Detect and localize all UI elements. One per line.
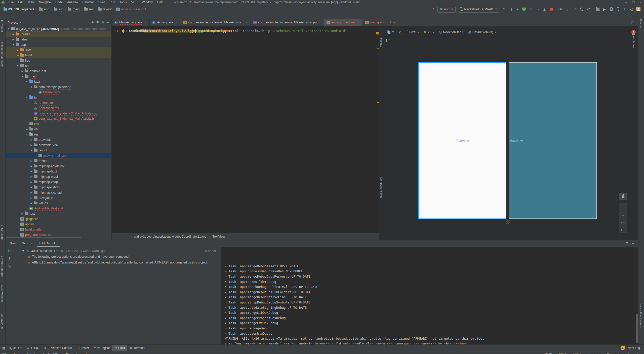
- toolwindow-terminal[interactable]: ▣Terminal: [127, 345, 147, 351]
- tree-expand-icon[interactable]: ▶: [17, 54, 19, 57]
- toolwindow-build[interactable]: ⚒Build: [112, 345, 127, 351]
- project-horizontal-scrollbar[interactable]: [6, 237, 82, 238]
- toolwindow-4-run[interactable]: ▶4: Run: [7, 345, 24, 351]
- tree-item-mipmap-anydpi-v26[interactable]: ▶mipmap-anydpi-v26: [6, 163, 111, 169]
- breadcrumb-item-main[interactable]: main: [67, 7, 80, 12]
- menu-item-code[interactable]: Code: [53, 0, 65, 5]
- close-button[interactable]: ✕: [637, 0, 644, 5]
- textview-design[interactable]: TextView: [419, 139, 506, 143]
- stripe-tab-build-variants[interactable]: Build Variants: [1, 285, 4, 302]
- git-update-icon[interactable]: ↙: [566, 7, 570, 12]
- orientation-icon[interactable]: ⊘: [398, 30, 402, 34]
- tree-item-drawable[interactable]: ▶drawable: [6, 137, 111, 142]
- close-tab-icon[interactable]: ✕: [319, 21, 321, 24]
- tree-item-main[interactable]: ▼main: [6, 74, 111, 79]
- attach-debugger-icon[interactable]: ⇓: [529, 7, 533, 12]
- tree-item-.cxx[interactable]: ▶.cxx: [6, 47, 111, 53]
- zoom-fit-button[interactable]: [621, 229, 624, 231]
- build-tab-sync[interactable]: Sync✕: [19, 240, 35, 247]
- git-branch-indicator[interactable]: Git: master: [607, 353, 621, 354]
- tree-expand-icon[interactable]: ▶: [21, 70, 24, 72]
- hide-panel-icon[interactable]: ─: [106, 21, 109, 24]
- collapse-all-icon[interactable]: ⊟: [96, 21, 99, 24]
- stripe-tab-1-project[interactable]: 1: Project: [1, 20, 4, 32]
- tree-expand-icon[interactable]: ▶: [26, 128, 28, 130]
- breadcrumb-item-activity_main.xml[interactable]: <>activity_main.xml: [115, 7, 147, 12]
- tree-expand-icon[interactable]: ▶: [30, 144, 33, 146]
- zoom-ratio-button[interactable]: 1:1: [621, 222, 625, 225]
- toolwindow-profiler[interactable]: ◔Profiler: [74, 345, 91, 351]
- project-structure-icon[interactable]: [595, 7, 600, 12]
- tree-expand-icon[interactable]: ▶: [30, 197, 33, 199]
- apply-changes-icon[interactable]: ⇉: [508, 7, 513, 12]
- highlighting-level-icon[interactable]: [637, 353, 639, 354]
- menu-item-file[interactable]: File: [7, 0, 16, 5]
- menu-item-analyze[interactable]: Analyze: [65, 0, 80, 5]
- editor-list-icon[interactable]: ≡: [626, 20, 628, 24]
- tree-item-mipmap-mdpi[interactable]: ▶mipmap-mdpi: [6, 174, 111, 179]
- event-log-button[interactable]: 3Event Log: [621, 346, 644, 350]
- error-stripe[interactable]: [376, 26, 379, 232]
- record-icon[interactable]: ◭: [542, 7, 547, 12]
- close-tab-icon[interactable]: ✕: [145, 21, 147, 24]
- build-tree-row[interactable]: ⚠The following project options are depre…: [13, 254, 221, 260]
- tree-item-activity_main.xml[interactable]: <>activity_main.xml: [6, 153, 111, 158]
- design-surface-dropdown[interactable]: [386, 30, 395, 34]
- tree-item-libs[interactable]: libs: [6, 58, 111, 63]
- tree-item-layout[interactable]: ▼layout: [6, 148, 111, 153]
- breadcrumb-item-src[interactable]: src: [53, 7, 64, 12]
- avd-manager-icon[interactable]: [616, 7, 620, 12]
- menu-item-vcs[interactable]: VCS: [129, 0, 140, 5]
- tree-item-AndroidManifest.xml[interactable]: MFAndroidManifest.xml: [6, 206, 111, 211]
- menu-item-help[interactable]: Help: [155, 0, 166, 5]
- close-tab-icon[interactable]: ✕: [176, 21, 178, 24]
- breadcrumb-item-app[interactable]: app: [38, 7, 50, 12]
- menu-item-refactor[interactable]: Refactor: [80, 0, 96, 5]
- stripe-tab-device-file-explorer[interactable]: Device File Explorer: [639, 302, 642, 328]
- build-settings-gear-icon[interactable]: ⚙: [625, 241, 628, 245]
- menu-item-navigate[interactable]: Navigate: [37, 0, 53, 5]
- gradle-sync-icon[interactable]: ↺: [431, 7, 435, 12]
- warning-mark[interactable]: [377, 102, 379, 103]
- breadcrumb-textview[interactable]: TextView: [212, 235, 225, 238]
- breadcrumb-coordinatorlayout[interactable]: androidx.coordinatorlayout.widget.Coordi…: [134, 235, 207, 238]
- run-tasks-icon[interactable]: ≡: [515, 7, 520, 12]
- tree-item-.gitignore[interactable]: ⊘.gitignore: [6, 216, 111, 222]
- menu-item-build[interactable]: Build: [96, 0, 107, 5]
- toolwindow-9-version-control[interactable]: ⇅9: Version Control: [42, 345, 74, 351]
- tab-com_example_jnidemo2_MainActivity.h[interactable]: Hcom_example_jnidemo2_MainActivity.h✕: [181, 19, 251, 26]
- tree-collapse-icon[interactable]: ▼: [30, 149, 33, 152]
- tree-collapse-icon[interactable]: ▼: [22, 249, 25, 253]
- tree-expand-icon[interactable]: ▶: [30, 202, 33, 204]
- menu-item-run[interactable]: Run: [107, 0, 117, 5]
- tree-item-drawable-v24[interactable]: ▶drawable-v24: [6, 142, 111, 148]
- tab-nav_graph.xml[interactable]: <>nav_graph.xml✕: [363, 19, 398, 26]
- canvas-resize-handle[interactable]: [506, 220, 510, 224]
- tree-item-app[interactable]: ▼app: [6, 42, 111, 47]
- tree-expand-icon[interactable]: ▶: [30, 170, 33, 173]
- tree-expand-icon[interactable]: ▶: [12, 33, 15, 35]
- close-tab-icon[interactable]: ✕: [246, 21, 248, 24]
- tool-window-switcher-icon[interactable]: ▦: [0, 345, 7, 351]
- menu-item-tools[interactable]: Tools: [117, 0, 129, 5]
- api-version-dropdown[interactable]: 29 ∨: [423, 30, 435, 34]
- restart-build-icon[interactable]: ↻: [8, 249, 11, 253]
- tree-item-.idea[interactable]: ▶.idea: [6, 37, 111, 42]
- pan-button[interactable]: [619, 193, 627, 200]
- stop-icon[interactable]: [549, 7, 554, 12]
- tree-collapse-icon[interactable]: ▼: [26, 133, 28, 136]
- tree-expand-icon[interactable]: ▶: [30, 191, 33, 194]
- line-ending-indicator[interactable]: CRLF: [558, 353, 566, 354]
- tree-item-mipmap-xhdpi[interactable]: ▶mipmap-xhdpi: [6, 179, 111, 185]
- tab-MainActivity.java[interactable]: CMainActivity.java✕: [112, 19, 150, 26]
- toolwindow-todo[interactable]: ☷TODO: [24, 345, 42, 351]
- filter-icon[interactable]: ◎: [8, 264, 11, 268]
- close-tab-icon[interactable]: ✕: [30, 242, 32, 245]
- tree-expand-icon[interactable]: ▶: [30, 186, 33, 189]
- build-hide-icon[interactable]: ─: [632, 241, 634, 245]
- tree-item-com.example.jnidemo2[interactable]: ▼com.example.jnidemo2: [6, 84, 111, 90]
- close-tab-icon[interactable]: ✕: [56, 242, 58, 245]
- tree-item-proguard-rules.pro[interactable]: ≡proguard-rules.pro: [6, 232, 111, 237]
- indent-indicator[interactable]: 4 spaces: [588, 353, 600, 354]
- zoom-out-button[interactable]: −: [622, 213, 624, 217]
